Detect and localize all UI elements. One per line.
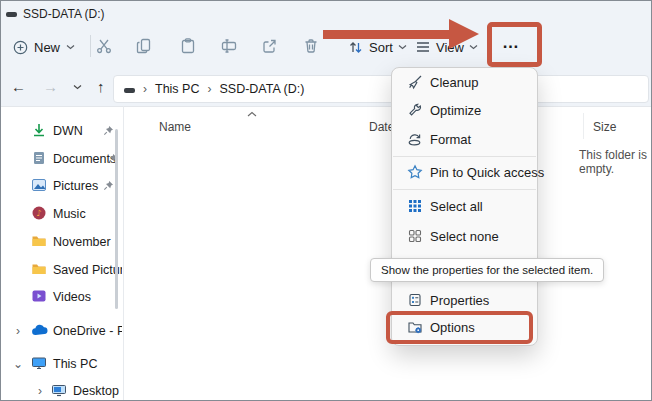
share-button[interactable] xyxy=(261,37,279,55)
sidebar-item-saved-pictures[interactable]: Saved Pictures xyxy=(1,256,122,283)
pin-icon xyxy=(103,180,114,191)
breadcrumb-drive[interactable]: SSD-DATA (D:) xyxy=(219,82,304,96)
wrench-icon xyxy=(407,102,423,118)
back-button[interactable]: ← xyxy=(11,78,26,95)
delete-button[interactable] xyxy=(302,37,320,55)
menu-item-label: Select none xyxy=(430,229,499,244)
new-button[interactable]: New xyxy=(13,34,75,60)
sort-arrows-icon xyxy=(347,39,364,56)
sidebar-item-documents[interactable]: Documents xyxy=(1,145,122,172)
file-explorer-window: SSD-DATA (D:) New Sort View … ← xyxy=(0,0,652,401)
sidebar-item-label: This PC xyxy=(53,357,97,371)
sidebar-item-november[interactable]: November xyxy=(1,228,122,255)
drive-icon xyxy=(124,82,135,96)
sidebar-item-label: November xyxy=(53,235,111,249)
annotation-arrow-shaft xyxy=(323,30,449,39)
document-icon xyxy=(31,150,47,166)
sidebar-item-onedrive[interactable]: › OneDrive - Perso xyxy=(1,317,122,344)
sidebar-item-label: Music xyxy=(53,207,86,221)
trash-icon xyxy=(302,37,320,55)
breadcrumb-separator: › xyxy=(143,82,147,96)
address-bar[interactable]: › This PC › SSD-DATA (D:) xyxy=(113,75,649,103)
menu-item-pin-to-quick-access[interactable]: Pin to Quick access xyxy=(392,159,537,185)
sidebar-item-label: OneDrive - Perso xyxy=(53,324,122,338)
sidebar-scrollbar[interactable] xyxy=(115,129,118,309)
sidebar-item-dwn[interactable]: DWN xyxy=(1,117,122,144)
select-all-icon xyxy=(407,198,423,214)
copy-button[interactable] xyxy=(135,37,153,55)
rename-button[interactable] xyxy=(220,37,238,55)
breadcrumb-separator: › xyxy=(207,82,211,96)
chevron-right-icon[interactable]: › xyxy=(13,324,23,338)
see-more-menu: Cleanup Optimize Format Pin to Quick acc… xyxy=(391,67,538,346)
annotation-box-see-more xyxy=(487,22,542,67)
properties-icon xyxy=(407,292,423,308)
sidebar-item-desktop[interactable]: › Desktop xyxy=(1,377,122,401)
menu-item-properties[interactable]: Properties xyxy=(392,287,537,313)
column-header-size[interactable]: Size xyxy=(593,120,616,134)
sidebar-item-this-pc[interactable]: ⌄ This PC xyxy=(1,350,122,377)
sidebar-item-label: Desktop xyxy=(73,384,119,398)
column-header-name[interactable]: Name xyxy=(159,120,191,134)
annotation-box-options xyxy=(386,311,533,344)
copy-icon xyxy=(135,37,153,55)
paste-button[interactable] xyxy=(179,37,197,55)
rename-icon xyxy=(220,37,238,55)
format-drive-icon xyxy=(407,131,423,147)
sidebar-item-videos[interactable]: Videos xyxy=(1,283,122,310)
annotation-arrow-head xyxy=(449,19,479,49)
videos-icon xyxy=(31,288,47,304)
pin-icon xyxy=(103,125,114,136)
chevron-down-icon[interactable]: ⌄ xyxy=(13,357,23,371)
forward-button[interactable]: → xyxy=(43,78,58,95)
sort-button-label: Sort xyxy=(369,40,393,55)
music-icon: ♪ xyxy=(31,205,47,221)
menu-item-label: Pin to Quick access xyxy=(430,165,544,180)
pin-star-icon xyxy=(407,164,423,180)
downloads-icon xyxy=(31,122,47,138)
menu-item-format[interactable]: Format xyxy=(392,126,537,152)
toolbar-separator xyxy=(90,35,91,57)
sidebar-item-label: Pictures xyxy=(53,179,98,193)
menu-separator xyxy=(393,189,536,190)
sidebar-item-pictures[interactable]: Pictures xyxy=(1,172,122,199)
breadcrumb-this-pc[interactable]: This PC xyxy=(155,82,199,96)
sidebar-item-label: Videos xyxy=(53,290,91,304)
menu-item-label: Properties xyxy=(430,293,489,308)
recent-locations-button[interactable] xyxy=(73,84,82,90)
sidebar-item-label: Saved Pictures xyxy=(53,263,122,277)
up-button[interactable]: ↑ xyxy=(97,78,105,95)
folder-icon xyxy=(31,233,47,249)
sidebar-item-music[interactable]: ♪ Music xyxy=(1,200,122,227)
broom-icon xyxy=(407,74,423,90)
sort-ascending-icon xyxy=(247,111,257,117)
column-separator xyxy=(583,113,584,139)
menu-item-label: Select all xyxy=(430,199,483,214)
menu-item-select-none[interactable]: Select none xyxy=(392,223,537,249)
pictures-icon xyxy=(31,177,47,193)
new-button-label: New xyxy=(34,40,60,55)
chevron-right-icon[interactable]: › xyxy=(35,384,45,398)
desktop-icon xyxy=(51,382,67,398)
view-list-icon xyxy=(415,39,431,55)
empty-folder-message: This folder is empty. xyxy=(579,148,651,176)
share-icon xyxy=(261,37,279,55)
chevron-down-icon xyxy=(66,44,75,50)
cut-button[interactable] xyxy=(95,37,113,55)
drive-icon xyxy=(6,12,17,17)
pane-divider xyxy=(123,106,124,401)
plus-circle-icon xyxy=(13,40,28,55)
menu-item-label: Optimize xyxy=(430,103,481,118)
menu-item-label: Format xyxy=(430,132,471,147)
menu-item-cleanup[interactable]: Cleanup xyxy=(392,69,537,95)
sidebar-item-label: DWN xyxy=(53,124,83,138)
this-pc-icon xyxy=(31,355,47,371)
menu-item-select-all[interactable]: Select all xyxy=(392,193,537,219)
clipboard-icon xyxy=(179,37,197,55)
onedrive-icon xyxy=(31,323,48,336)
tooltip: Show the properties for the selected ite… xyxy=(370,258,604,282)
window-title: SSD-DATA (D:) xyxy=(23,7,105,21)
menu-item-label: Cleanup xyxy=(430,75,478,90)
menu-item-optimize[interactable]: Optimize xyxy=(392,97,537,123)
folder-icon xyxy=(31,261,47,277)
